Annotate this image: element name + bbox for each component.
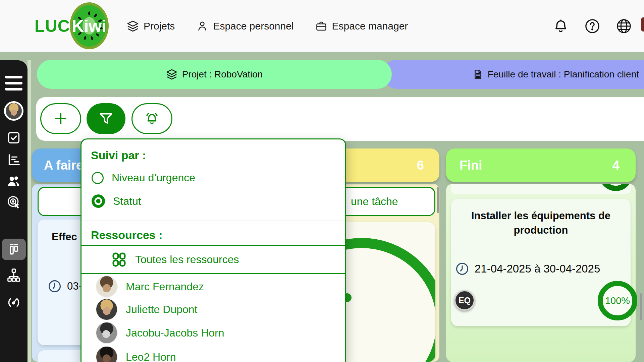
avatar — [96, 299, 117, 320]
document-icon — [472, 69, 484, 80]
progress-ring: 100% — [598, 281, 637, 320]
nav-espace-manager[interactable]: Espace manager — [315, 20, 408, 32]
header-actions — [553, 0, 632, 52]
bell-ring-icon — [144, 111, 160, 126]
resource-option-jacobu[interactable]: Jacobu-Jacobs Horn — [96, 322, 224, 343]
column-done-title: Fini — [460, 158, 482, 173]
assignee-badge[interactable]: EQ — [454, 290, 475, 311]
resource-option-leo2[interactable]: Leo2 Horn — [96, 347, 176, 362]
column-inprogress-count: 6 — [417, 158, 424, 173]
kanban-icon — [6, 242, 21, 257]
add-button[interactable] — [40, 103, 81, 134]
language-icon[interactable] — [616, 18, 632, 34]
task-card-dates: 21-04-2025 à 30-04-2025 — [455, 262, 600, 276]
avatar — [96, 347, 117, 362]
clock-icon — [455, 262, 469, 276]
layers-icon — [166, 69, 177, 80]
person-icon — [196, 20, 208, 32]
flag-icon[interactable] — [641, 17, 644, 32]
nav-projets[interactable]: Projets — [127, 20, 175, 32]
kiwi-logo-icon: Kiwi — [69, 1, 110, 51]
column-todo-title: A faire — [44, 158, 83, 173]
alerts-button[interactable] — [131, 103, 172, 134]
page-scrollbar[interactable] — [640, 293, 642, 320]
progress-ring-bottom-arc — [451, 184, 631, 194]
notifications-icon[interactable] — [553, 18, 569, 34]
column-done-header[interactable]: Fini 4 — [446, 148, 636, 182]
sidebar — [0, 60, 28, 362]
task-card-done[interactable]: Installer les équipements de production … — [451, 199, 631, 326]
layers-icon — [127, 20, 139, 32]
resource-option-juliette[interactable]: Juliette Dupont — [96, 299, 197, 320]
column-done-count: 4 — [612, 158, 620, 173]
project-pill-label: Projet : RoboVation — [182, 69, 263, 80]
radio-unselected-icon[interactable] — [92, 172, 104, 184]
team-icon[interactable] — [6, 174, 21, 189]
resource-option-marc[interactable]: Marc Fernandez — [96, 276, 204, 297]
panel-divider — [82, 221, 345, 221]
logo-text-luc: LUC — [35, 16, 70, 36]
main-nav: Projets Espace personnel Espace manager — [127, 0, 408, 52]
board-toolbar — [36, 97, 644, 141]
task-card-partial[interactable] — [451, 184, 631, 194]
progress-value: 100% — [605, 295, 630, 306]
avatar — [96, 276, 117, 297]
filter-button[interactable] — [87, 103, 125, 134]
context-band: Feuille de travail : Planification clien… — [0, 52, 644, 97]
ressources-heading: Ressources : — [91, 229, 163, 242]
grid-icon — [111, 251, 127, 267]
app-logo[interactable]: LUC Kiwi — [35, 0, 110, 52]
nav-espace-personnel[interactable]: Espace personnel — [196, 20, 293, 32]
app-header: LUC Kiwi — [0, 0, 644, 52]
suivi-par-heading: Suivi par : — [91, 149, 146, 162]
clock-icon — [48, 279, 62, 293]
objectives-icon[interactable] — [6, 194, 21, 210]
worksheet-pill-label: Feuille de travail : Planification clien… — [488, 69, 639, 80]
logo-text-kiwi: Kiwi — [69, 16, 110, 36]
task-card-title: Installer les équipements de production — [451, 209, 631, 238]
org-chart-icon[interactable] — [6, 267, 21, 283]
help-icon[interactable] — [584, 18, 600, 34]
filter-funnel-icon — [98, 111, 114, 126]
all-resources-option[interactable]: Toutes les ressources — [80, 245, 346, 274]
project-pill[interactable]: Projet : RoboVation — [37, 60, 392, 89]
radio-option-statut[interactable]: Statut — [92, 194, 141, 208]
gantt-icon[interactable] — [6, 152, 21, 168]
avatar — [96, 322, 117, 343]
sidebar-edge-strip — [28, 60, 31, 362]
dashboard-speedometer-icon[interactable] — [6, 294, 21, 310]
tasks-icon[interactable] — [6, 130, 21, 145]
column-scrollbar[interactable] — [437, 187, 439, 213]
plus-icon — [53, 111, 68, 126]
briefcase-icon — [315, 20, 327, 32]
user-avatar[interactable] — [4, 101, 23, 121]
worksheet-pill[interactable]: Feuille de travail : Planification clien… — [382, 60, 644, 89]
radio-selected-icon[interactable] — [92, 194, 105, 208]
sidebar-item-kanban-active[interactable] — [2, 239, 26, 260]
menu-toggle-button[interactable] — [5, 76, 22, 90]
filter-dropdown-panel: Suivi par : Niveau d’urgence Statut Ress… — [80, 138, 346, 362]
radio-option-niveau-urgence[interactable]: Niveau d’urgence — [92, 172, 195, 184]
